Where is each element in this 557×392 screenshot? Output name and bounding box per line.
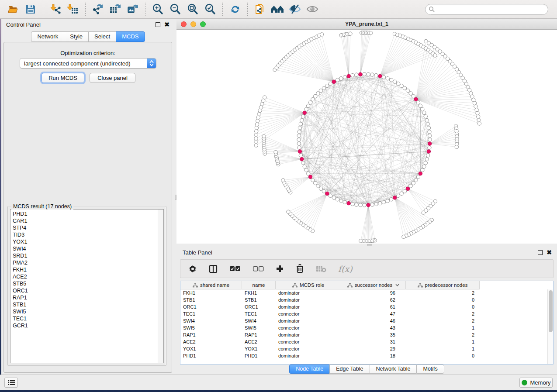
optimization-criterion-select[interactable]: largest connected component (undirected) xyxy=(20,58,156,69)
list-item[interactable]: SWI4 xyxy=(10,245,163,252)
column-header-predecessor-nodes[interactable]: predecessor nodes xyxy=(406,281,480,289)
table-cell: 0 xyxy=(406,303,480,310)
table-cell: 2 xyxy=(406,289,480,296)
table-row[interactable]: PHD1PHD1dominator180 xyxy=(180,352,547,359)
list-item[interactable]: STB5 xyxy=(10,280,163,287)
toolbar-separator xyxy=(85,3,86,16)
float-panel-icon[interactable] xyxy=(538,250,543,255)
network-search-box[interactable] xyxy=(425,4,548,15)
save-session-icon[interactable] xyxy=(23,2,38,16)
import-table-icon[interactable] xyxy=(66,2,80,16)
list-item[interactable]: YOX1 xyxy=(10,238,163,245)
close-panel-icon[interactable]: ✖ xyxy=(164,22,170,27)
column-header-name[interactable]: name xyxy=(242,281,276,289)
export-table-icon[interactable] xyxy=(108,2,123,16)
show-log-button[interactable] xyxy=(4,378,18,388)
column-header-shared-name[interactable]: shared name xyxy=(180,281,242,289)
select-all-icon[interactable] xyxy=(229,266,241,272)
table-toolbar: f(x) xyxy=(180,259,554,278)
table-cell: ORC1 xyxy=(242,303,276,310)
control-panel-title: Control Panel xyxy=(1,21,41,28)
import-network-icon[interactable] xyxy=(48,2,63,16)
tab-style[interactable]: Style xyxy=(64,31,88,42)
tab-edge-table[interactable]: Edge Table xyxy=(329,364,369,374)
table-row[interactable]: RAP1RAP1dominator352 xyxy=(180,331,547,338)
memory-button[interactable]: Memory xyxy=(519,378,553,388)
network-window-title: YPA_prune.txt_1 xyxy=(176,21,557,27)
scrollbar-thumb[interactable] xyxy=(549,290,553,332)
refresh-view-icon[interactable] xyxy=(228,2,242,16)
tab-motifs[interactable]: Motifs xyxy=(416,364,444,374)
toolbar-separator xyxy=(222,3,223,16)
list-item[interactable]: PHD1 xyxy=(10,210,163,217)
table-scrollbar[interactable] xyxy=(547,289,553,364)
list-item[interactable]: STB1 xyxy=(10,301,163,308)
list-item[interactable]: TEC1 xyxy=(10,315,163,322)
list-item[interactable]: GCR1 xyxy=(10,322,163,329)
table-cell: connector xyxy=(276,324,341,331)
delete-column-icon[interactable] xyxy=(296,264,304,273)
deselect-all-icon[interactable] xyxy=(253,266,264,272)
table-row[interactable]: TEC1TEC1connector472 xyxy=(180,310,547,317)
column-label: name xyxy=(253,282,265,288)
list-item[interactable]: TID3 xyxy=(10,231,163,238)
show-hide-eye-icon[interactable] xyxy=(305,2,320,16)
column-label: shared name xyxy=(200,282,229,288)
zoom-fit-icon[interactable] xyxy=(185,2,200,16)
list-item[interactable]: SRD1 xyxy=(10,252,163,259)
tab-mcds[interactable]: MCDS xyxy=(116,31,145,42)
table-cell: YOX1 xyxy=(242,345,276,352)
column-header-mcds-role[interactable]: MCDS role xyxy=(276,281,341,289)
network-window-titlebar[interactable]: YPA_prune.txt_1 xyxy=(176,19,557,30)
share-document-icon[interactable] xyxy=(253,2,267,16)
node-table[interactable]: shared name name MCDS role successor nod… xyxy=(180,281,554,364)
tab-network-table[interactable]: Network Table xyxy=(370,364,417,374)
network-graph[interactable] xyxy=(176,30,557,244)
main-toolbar xyxy=(0,0,557,19)
horizontal-splitter[interactable] xyxy=(176,244,557,247)
table-row[interactable]: ORC1ORC1dominator610 xyxy=(180,303,547,310)
toggle-graphics-details-icon[interactable] xyxy=(287,2,302,16)
add-column-icon[interactable] xyxy=(276,265,284,273)
table-row[interactable]: YOX1YOX1connector291 xyxy=(180,345,547,352)
tab-select[interactable]: Select xyxy=(88,31,116,42)
zoom-selected-icon[interactable] xyxy=(203,2,218,16)
list-item[interactable]: CAR1 xyxy=(10,217,163,224)
float-panel-icon[interactable] xyxy=(156,22,160,27)
list-item[interactable]: ORC1 xyxy=(10,287,163,294)
tab-node-table[interactable]: Node Table xyxy=(289,364,329,374)
zoom-out-icon[interactable] xyxy=(168,2,183,16)
table-cell: dominator xyxy=(276,352,341,359)
close-panel-icon[interactable]: ✖ xyxy=(547,250,552,255)
list-item[interactable]: FKH1 xyxy=(10,266,163,273)
list-item[interactable]: PMA2 xyxy=(10,259,163,266)
column-header-successor-nodes[interactable]: successor nodes xyxy=(341,281,406,289)
table-header-row: shared name name MCDS role successor nod… xyxy=(180,281,553,289)
list-item[interactable]: STP4 xyxy=(10,224,163,231)
list-item[interactable]: ACE2 xyxy=(10,273,163,280)
search-input[interactable] xyxy=(435,5,548,14)
network-canvas[interactable] xyxy=(176,30,557,244)
tab-network[interactable]: Network xyxy=(31,31,64,42)
table-cell: 1 xyxy=(406,324,480,331)
list-item[interactable]: RAP1 xyxy=(10,294,163,301)
table-row[interactable]: STB1STB1dominator620 xyxy=(180,296,547,303)
table-row[interactable]: ACE2ACE2connector311 xyxy=(180,338,547,345)
close-panel-button[interactable]: Close panel xyxy=(90,73,135,83)
open-file-icon[interactable] xyxy=(6,2,21,16)
birdseye-view-icon[interactable] xyxy=(270,2,285,16)
mcds-result-list[interactable]: PHD1CAR1STP4TID3YOX1SWI4SRD1PMA2FKH1ACE2… xyxy=(10,209,164,363)
zoom-in-icon[interactable] xyxy=(150,2,165,16)
delete-table-icon[interactable] xyxy=(316,265,326,272)
export-image-icon[interactable] xyxy=(125,2,140,16)
export-network-icon[interactable] xyxy=(90,2,105,16)
show-columns-icon[interactable] xyxy=(209,265,218,273)
function-builder-icon[interactable]: f(x) xyxy=(338,264,353,274)
list-item[interactable]: SWI5 xyxy=(10,308,163,315)
run-mcds-button[interactable]: Run MCDS xyxy=(42,73,84,83)
table-row[interactable]: FKH1FKH1dominator962 xyxy=(180,289,547,296)
table-row[interactable]: SWI5SWI5connector431 xyxy=(180,324,547,331)
table-row[interactable]: SWI4SWI4dominator462 xyxy=(180,317,547,324)
result-list-scrollbar[interactable] xyxy=(158,210,163,363)
settings-gear-icon[interactable] xyxy=(188,265,197,273)
